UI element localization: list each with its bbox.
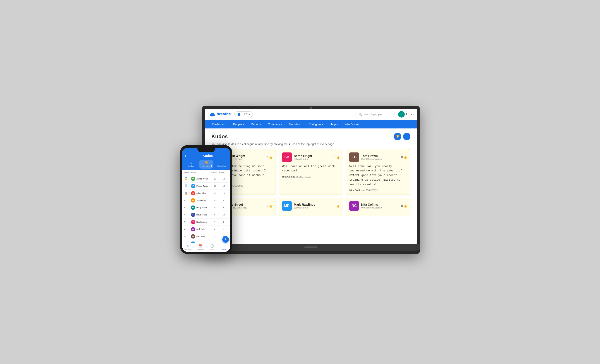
nav-help[interactable]: Help ▾: [327, 120, 341, 129]
name-beth-cole: Beth Cole: [196, 228, 205, 230]
name-nicole-allen: Nicole Allen: [196, 221, 207, 223]
avatar-nicole-allen: NA: [191, 220, 195, 224]
phone-nav-dashboard[interactable]: ⊞ Dashboard: [182, 244, 194, 250]
leaderboard-row-3[interactable]: 🥉 AF Adam Field 10 10: [182, 190, 230, 197]
user-menu[interactable]: L Liz ▾: [398, 111, 412, 118]
rank-icon-1: 🥇: [184, 177, 191, 180]
rank-icon-3: 🥉: [184, 192, 191, 195]
kudos-card-5-avatar: NC: [349, 201, 359, 211]
phone-tab-my-kudos-label: My kudos: [217, 165, 226, 167]
kudos-title: Kudos: [211, 133, 228, 140]
phone-fab-button[interactable]: +: [222, 236, 229, 243]
phone-nav-calendar[interactable]: 📅 Calendar: [194, 244, 206, 250]
kudos-subtitle: You can give kudos to a colleague at any…: [211, 142, 410, 146]
more-icon: ⋯: [223, 244, 226, 248]
person-2: MT Maeve Taylor: [191, 184, 211, 188]
phone-nav-calendar-label: Calendar: [197, 248, 204, 250]
kudos-card-1-info: Sarah Bright Job well done: [294, 154, 332, 160]
kudos-card-0-likes[interactable]: 0 👍: [266, 156, 272, 159]
hr-dropdown-arrow: ▾: [249, 112, 250, 116]
nav-dashboard[interactable]: Dashboard: [209, 120, 229, 129]
user-avatar-initials: L: [401, 113, 402, 116]
nav-whats-new[interactable]: What's new: [342, 120, 362, 129]
nav-people[interactable]: People ▾: [230, 120, 247, 129]
name-dave-jones: Dave Jones: [196, 214, 207, 216]
nav-company[interactable]: Company ▾: [265, 120, 285, 129]
nav-help-arrow: ▾: [337, 123, 338, 125]
kudos-card-1-likes[interactable]: 0 👍: [334, 156, 340, 159]
kudos-card-4: MR Mark Rawlings Job well done 0 👍: [279, 198, 343, 216]
likes-harry-smith: 8: [219, 206, 228, 209]
kudos-card-5-likes[interactable]: 0 👍: [401, 204, 407, 208]
phone-notch: [197, 148, 215, 152]
search-bar[interactable]: 🔍 search people: [356, 111, 395, 117]
kudos-card-5: NC Nita Collins Went the extra mile 0 👍: [346, 198, 410, 216]
phone-tab-kudos[interactable]: ☆ Kudos: [184, 160, 198, 168]
kudos-card-4-likes[interactable]: 0 👍: [334, 204, 340, 208]
leaderboard-row-6[interactable]: 6 DJ Dave Jones 8 10: [182, 211, 230, 219]
nav-reports[interactable]: Reports: [248, 120, 264, 129]
person-8: BC Beth Cole: [191, 227, 211, 231]
hr-selector-icon: 👤: [237, 112, 241, 116]
laptop-screen: breathe 👤 HR ▾ 🔍 search people L Liz: [205, 109, 417, 244]
likes-maeve-taylor: 13: [219, 185, 228, 187]
likes-beth-cole: 8: [219, 228, 228, 230]
nav-modules[interactable]: Modules ▾: [286, 120, 305, 129]
phone-nav-more[interactable]: ⋯ More: [218, 244, 230, 250]
kudos-card-2-likes[interactable]: 0 👍: [401, 156, 407, 159]
brand-logo: breathe: [209, 112, 231, 116]
leaderboard-row-5[interactable]: 5 HS Harry Smith 10 8: [182, 204, 230, 211]
avatar-harry-smith: HS: [191, 205, 195, 210]
kudos-card-2-likes-count: 0: [401, 156, 403, 159]
kudos-card-4-badge: Job well done: [294, 206, 332, 209]
kudos-card-1-name: Sarah Bright: [294, 154, 332, 158]
kudos-trophy-button[interactable]: 🏆: [394, 133, 401, 140]
kudos-card-4-like-icon: 👍: [336, 204, 340, 208]
kudos-card-4-header: MR Mark Rawlings Job well done 0 👍: [282, 201, 340, 211]
phone-tab-leaderboard[interactable]: 🏆 Leaderboard: [199, 160, 213, 168]
kudos-card-2-name: Tom Brown: [361, 154, 399, 158]
laptop-notch: [304, 246, 318, 248]
likes-nicole-allen: 7: [219, 221, 228, 223]
kudos-person-button[interactable]: 👤: [403, 133, 410, 140]
search-icon: 🔍: [359, 112, 362, 116]
leaderboard-row-7[interactable]: 7 NA Nicole Allen 7 7: [182, 219, 230, 226]
col-likes-header: Likes: [219, 172, 228, 174]
leaderboard-row-8[interactable]: 8 BC Beth Cole 8 8: [182, 226, 230, 233]
hr-selector[interactable]: 👤 HR ▾: [234, 112, 253, 117]
kudos-card-1-footer: Nita Collins at 11/07/2022: [282, 175, 340, 178]
col-rank-header: Rank: [184, 172, 191, 174]
leaderboard-row-2[interactable]: 🥈 MT Maeve Taylor 14 13: [182, 183, 230, 190]
nav-modules-arrow: ▾: [300, 123, 301, 125]
phone-tab-my-kudos[interactable]: 👤 My kudos: [215, 160, 228, 168]
kudos-card-2-message: Well done Tom, you really impressed me w…: [349, 164, 407, 187]
phone-back-button[interactable]: ‹: [185, 154, 186, 158]
kudos-header: Kudos 🏆 👤: [211, 133, 410, 140]
kudos-card-5-badge: Went the extra mile: [361, 206, 399, 209]
leaderboard-row-4[interactable]: 4 JW Jane Wiley 10 9: [182, 197, 230, 204]
kudos-card-1-header: SB Sarah Bright Job well done 0 👍: [282, 152, 340, 162]
kudos-card-1-badge: Job well done: [294, 158, 332, 160]
kudos-card-0-like-icon: 👍: [269, 156, 272, 159]
kudos-card-3-likes-count: 0: [266, 204, 268, 208]
avatar-beth-cole: BC: [191, 227, 195, 231]
name-maeve-taylor: Maeve Taylor: [196, 185, 208, 187]
name-harry-smith: Harry Smith: [196, 206, 207, 209]
leaderboard-row-1[interactable]: 🥇 JW James Webb 15 12: [182, 175, 230, 183]
name-adam-field: Adam Field: [196, 192, 206, 194]
kudos-dave-jones: 8: [211, 214, 219, 216]
phone-nav-rota[interactable]: 🕐 Rota: [206, 244, 218, 250]
phone-nav-rota-label: Rota: [210, 248, 214, 250]
my-kudos-person-icon: 👤: [220, 161, 224, 165]
nav-configure[interactable]: Configure ▾: [305, 120, 326, 129]
kudos-card-2-avatar: TB: [349, 152, 359, 162]
kudos-card-4-likes-count: 0: [334, 204, 335, 208]
kudos-card-2-info: Tom Brown Went the extra mile: [361, 154, 399, 160]
avatar-maeve-taylor: MT: [191, 184, 195, 188]
rank-5: 5: [184, 206, 191, 209]
kudos-james-webb: 15: [211, 178, 219, 180]
avatar-dave-jones: DJ: [191, 213, 195, 217]
kudos-card-3-likes[interactable]: 0 👍: [266, 204, 272, 208]
laptop-camera: [310, 107, 312, 109]
phone-tab-kudos-label: Kudos: [188, 165, 194, 167]
